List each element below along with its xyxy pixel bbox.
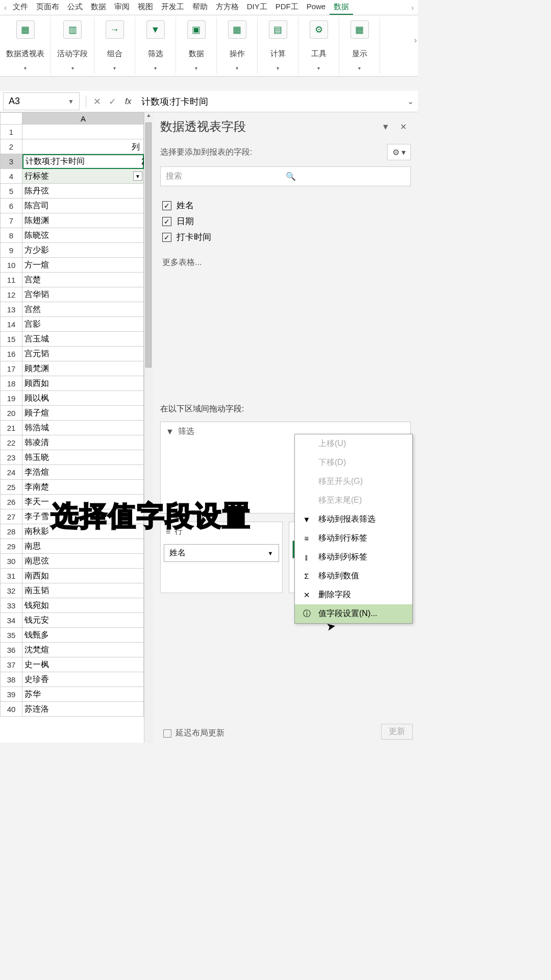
row-header[interactable]: 12 bbox=[0, 287, 22, 302]
ribbon-group-2[interactable]: →组合▾ bbox=[94, 17, 135, 74]
select-all-corner[interactable] bbox=[0, 112, 22, 125]
cell[interactable]: 史一枫 bbox=[22, 657, 144, 672]
row-header[interactable]: 11 bbox=[0, 273, 22, 287]
cell[interactable]: 南思 bbox=[22, 539, 144, 554]
row-header[interactable]: 23 bbox=[0, 450, 22, 465]
row-header[interactable]: 36 bbox=[0, 643, 22, 657]
update-button[interactable]: 更新 bbox=[381, 724, 413, 740]
cell[interactable]: 钱甄多 bbox=[22, 628, 144, 643]
row-header[interactable]: 40 bbox=[0, 702, 22, 717]
row-header[interactable]: 18 bbox=[0, 376, 22, 391]
row-header[interactable]: 6 bbox=[0, 199, 22, 213]
defer-layout[interactable]: 延迟布局更新 bbox=[163, 728, 224, 739]
cell[interactable]: 宫华韬 bbox=[22, 287, 144, 302]
context-menu-item[interactable]: ⫿移动到列标签 bbox=[295, 548, 412, 567]
tab-8[interactable]: 方方格 bbox=[212, 0, 243, 15]
pane-close[interactable]: ✕ bbox=[396, 122, 411, 131]
tab-1[interactable]: 页面布 bbox=[32, 0, 63, 15]
cell[interactable]: 顾以枫 bbox=[22, 391, 144, 406]
row-header[interactable]: 4 bbox=[0, 169, 22, 184]
row-header[interactable]: 17 bbox=[0, 361, 22, 376]
ribbon-group-7[interactable]: ⚙工具▾ bbox=[298, 17, 339, 74]
cell[interactable] bbox=[22, 139, 144, 154]
row-header[interactable]: 7 bbox=[0, 213, 22, 228]
tab-2[interactable]: 公式 bbox=[63, 0, 87, 15]
ribbon-group-3[interactable]: ▼筛选▾ bbox=[135, 17, 176, 74]
row-header[interactable]: 34 bbox=[0, 613, 22, 628]
row-header[interactable]: 39 bbox=[0, 687, 22, 702]
row-header[interactable]: 13 bbox=[0, 302, 22, 317]
ribbon-group-8[interactable]: ▦显示▾ bbox=[339, 17, 380, 74]
cell[interactable]: 南玉韬 bbox=[22, 583, 144, 598]
cell[interactable]: 宫玉城 bbox=[22, 332, 144, 347]
ribbon-group-1[interactable]: ▥活动字段▾ bbox=[51, 17, 94, 74]
row-header[interactable]: 31 bbox=[0, 569, 22, 583]
row-header[interactable]: 16 bbox=[0, 347, 22, 361]
ribbon-group-0[interactable]: ▦数据透视表▾ bbox=[0, 17, 51, 74]
cell[interactable]: 宫元韬 bbox=[22, 347, 144, 361]
cell[interactable]: 苏华 bbox=[22, 687, 144, 702]
cell[interactable]: 顾梵渊 bbox=[22, 361, 144, 376]
cell[interactable]: 南西如 bbox=[22, 569, 144, 583]
tab-nav-right[interactable]: › bbox=[409, 4, 416, 12]
row-header[interactable]: 26 bbox=[0, 495, 22, 509]
cell[interactable]: 李南楚 bbox=[22, 480, 144, 495]
row-header[interactable]: 24 bbox=[0, 465, 22, 480]
cell[interactable]: 韩凌清 bbox=[22, 435, 144, 450]
row-field-item[interactable]: 姓名▼ bbox=[164, 544, 279, 562]
row-header[interactable]: 35 bbox=[0, 628, 22, 643]
cell[interactable]: 行标签▼ bbox=[22, 169, 144, 184]
cell[interactable] bbox=[22, 125, 144, 139]
ribbon-nav-right[interactable]: › bbox=[414, 36, 417, 45]
cell[interactable]: 方少影 bbox=[22, 243, 144, 258]
cell[interactable]: 李浩煊 bbox=[22, 465, 144, 480]
cell[interactable]: 陈丹弦 bbox=[22, 184, 144, 199]
row-header[interactable]: 27 bbox=[0, 509, 22, 524]
field-item[interactable]: ✓姓名 bbox=[162, 198, 409, 213]
row-header[interactable]: 9 bbox=[0, 243, 22, 258]
row-header[interactable]: 20 bbox=[0, 406, 22, 421]
row-header[interactable]: 37 bbox=[0, 657, 22, 672]
tab-4[interactable]: 审阅 bbox=[110, 0, 134, 15]
gear-button[interactable]: ⚙ ▾ bbox=[387, 144, 411, 160]
cell[interactable]: 顾西如 bbox=[22, 376, 144, 391]
row-header[interactable]: 2 bbox=[0, 139, 22, 154]
vertical-scrollbar[interactable]: ▲ bbox=[144, 112, 153, 743]
cell[interactable]: 计数项:打卡时间 bbox=[22, 154, 144, 169]
cell[interactable]: 方一煊 bbox=[22, 258, 144, 273]
tab-6[interactable]: 开发工 bbox=[157, 0, 188, 15]
pane-dropdown[interactable]: ▼ bbox=[378, 122, 394, 131]
formula-cancel[interactable]: ✕ bbox=[89, 96, 105, 107]
field-checkbox[interactable]: ✓ bbox=[162, 201, 171, 210]
row-header[interactable]: 25 bbox=[0, 480, 22, 495]
tab-9[interactable]: DIY工 bbox=[243, 0, 271, 15]
tab-7[interactable]: 帮助 bbox=[188, 0, 212, 15]
cell[interactable]: 韩玉晓 bbox=[22, 450, 144, 465]
cell[interactable]: 史珍香 bbox=[22, 672, 144, 687]
row-header[interactable]: 19 bbox=[0, 391, 22, 406]
row-header[interactable]: 15 bbox=[0, 332, 22, 347]
field-item[interactable]: ✓打卡时间 bbox=[162, 229, 409, 245]
ribbon-group-5[interactable]: ▦操作▾ bbox=[217, 17, 258, 74]
spreadsheet[interactable]: 1234567891011121314151617181920212223242… bbox=[0, 112, 153, 743]
row-header[interactable]: 14 bbox=[0, 317, 22, 332]
fx-button[interactable]: fx bbox=[120, 97, 136, 106]
row-header[interactable]: 3 bbox=[0, 154, 22, 169]
cell[interactable]: 宫楚 bbox=[22, 273, 144, 287]
cell[interactable]: 沈梵煊 bbox=[22, 643, 144, 657]
row-header[interactable]: 38 bbox=[0, 672, 22, 687]
tab-0[interactable]: 文件 bbox=[9, 0, 32, 15]
field-checkbox[interactable]: ✓ bbox=[162, 233, 171, 242]
tab-5[interactable]: 视图 bbox=[134, 0, 157, 15]
cell[interactable]: 陈翅渊 bbox=[22, 213, 144, 228]
row-header[interactable]: 33 bbox=[0, 598, 22, 613]
row-header[interactable]: 28 bbox=[0, 524, 22, 539]
row-header[interactable]: 32 bbox=[0, 583, 22, 598]
ribbon-group-4[interactable]: ▣数据▾ bbox=[176, 17, 217, 74]
tab-11[interactable]: Powe bbox=[303, 0, 330, 15]
tab-nav-left[interactable]: ‹ bbox=[2, 4, 9, 12]
formula-expand[interactable]: ⌄ bbox=[403, 96, 418, 106]
row-header[interactable]: 21 bbox=[0, 421, 22, 435]
filter-dropdown[interactable]: ▼ bbox=[133, 172, 142, 181]
col-header-a[interactable]: A bbox=[22, 112, 144, 125]
